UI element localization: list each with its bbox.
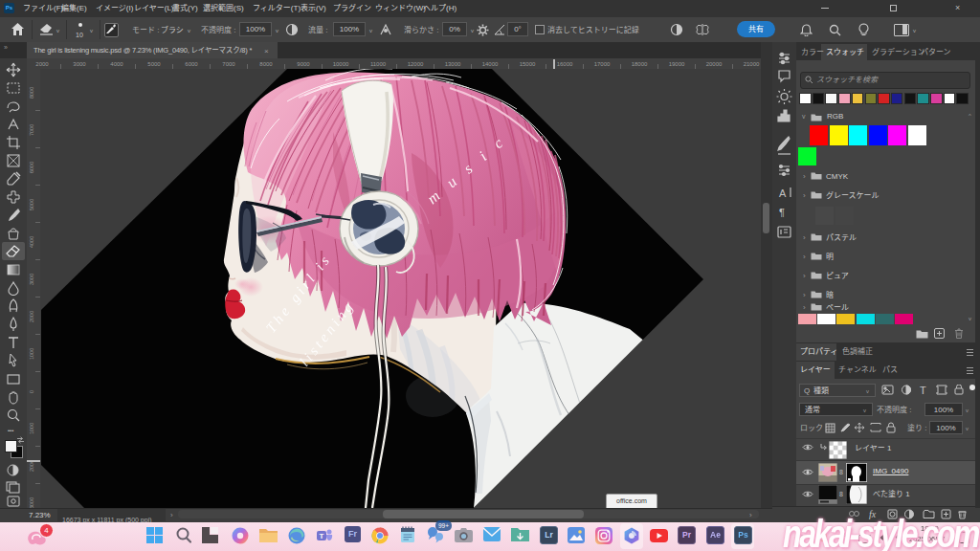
svg-text:¶: ¶ xyxy=(779,207,785,218)
svg-text:T: T xyxy=(920,385,926,396)
svg-text:A: A xyxy=(779,187,787,199)
